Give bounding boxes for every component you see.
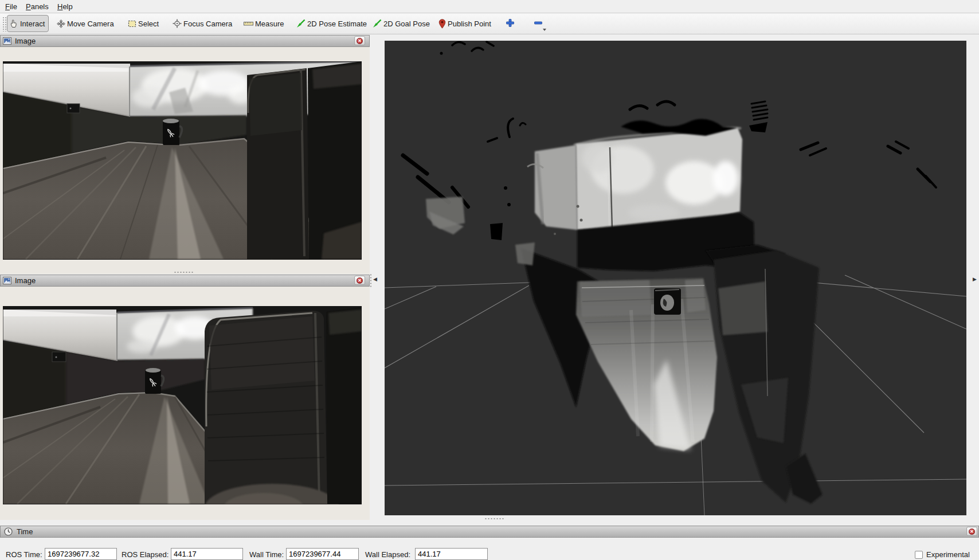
menu-panels[interactable]: Panels: [23, 1, 52, 12]
clock-icon: [4, 527, 13, 536]
ros-elapsed-label: ROS Elapsed:: [122, 550, 169, 559]
wall-time-label: Wall Time:: [249, 550, 284, 559]
tool-2d-pose-estimate[interactable]: 2D Pose Estimate: [296, 15, 367, 32]
tool-publish-point-label: Publish Point: [448, 19, 491, 28]
focus-crosshair-icon: [173, 19, 182, 28]
hand-interact-icon: [10, 19, 18, 28]
camera-image-top: [3, 61, 362, 260]
wall-elapsed-label: Wall Elapsed:: [365, 550, 410, 559]
tool-2d-pose-estimate-label: 2D Pose Estimate: [307, 19, 367, 28]
image-panel-bottom-title: Image: [15, 276, 36, 285]
tool-interact-label: Interact: [20, 19, 45, 28]
plus-icon: [506, 18, 515, 28]
tool-2d-goal-pose-label: 2D Goal Pose: [383, 19, 430, 28]
goal-arrow-icon: [373, 19, 382, 28]
camera-image-bottom: [3, 306, 362, 504]
toolbar-drag-handle[interactable]: [2, 17, 6, 32]
tool-measure[interactable]: Measure: [244, 15, 284, 32]
tool-publish-point[interactable]: Publish Point: [438, 15, 491, 32]
time-panel-close-button[interactable]: ✕: [966, 527, 977, 536]
tool-focus-camera[interactable]: Focus Camera: [173, 15, 232, 32]
time-panel-body: ROS Time: ROS Elapsed: Wall Time: Wall E…: [0, 538, 979, 560]
ros-elapsed-input[interactable]: [171, 548, 243, 560]
image-panel-icon: [3, 277, 11, 284]
tool-measure-label: Measure: [255, 19, 284, 28]
time-panel-titlebar[interactable]: Time: [0, 526, 979, 538]
image-panel-top-close-button[interactable]: ✕: [354, 36, 365, 45]
ros-time-input[interactable]: [45, 548, 117, 560]
menu-file[interactable]: File: [2, 1, 20, 12]
collapse-left-arrow[interactable]: ◀: [373, 276, 377, 283]
ros-time-label: ROS Time:: [6, 550, 42, 559]
select-box-icon: [128, 19, 136, 28]
zoom-in-button[interactable]: [506, 18, 515, 28]
panel-splitter-handle-bottom[interactable]: [484, 518, 504, 520]
image-panel-top: Image ✕: [0, 35, 370, 274]
close-icon: ✕: [357, 38, 363, 44]
close-icon: ✕: [969, 528, 975, 535]
time-panel-title: Time: [17, 527, 33, 536]
tool-select[interactable]: Select: [128, 15, 159, 32]
pose-arrow-icon: [296, 19, 306, 28]
panel-splitter-handle-top[interactable]: [174, 271, 193, 273]
tool-move-camera-label: Move Camera: [67, 19, 114, 28]
menu-help[interactable]: Help: [54, 1, 76, 12]
image-panel-bottom-close-button[interactable]: ✕: [354, 276, 365, 285]
move-arrows-icon: [57, 19, 65, 28]
close-icon: ✕: [357, 277, 363, 284]
image-panel-top-titlebar[interactable]: Image: [0, 35, 370, 47]
column-splitter-handle[interactable]: [370, 273, 372, 288]
collapse-right-arrow[interactable]: ▶: [973, 276, 977, 283]
image-panel-bottom-titlebar[interactable]: Image: [0, 275, 370, 287]
minus-icon: [534, 18, 543, 28]
image-panel-icon: [3, 37, 11, 45]
tool-select-label: Select: [138, 19, 159, 28]
image-panel-top-title: Image: [15, 37, 36, 45]
toolbar-overflow-caret[interactable]: [543, 29, 546, 31]
tool-2d-goal-pose[interactable]: 2D Goal Pose: [373, 15, 430, 32]
tool-move-camera[interactable]: Move Camera: [57, 15, 114, 32]
publish-point-pin-icon: [438, 19, 446, 29]
image-panel-bottom: Image ✕: [0, 275, 370, 520]
wall-time-input[interactable]: [286, 548, 359, 560]
menu-bar: File Panels Help: [0, 0, 979, 13]
zoom-out-button[interactable]: [534, 18, 543, 28]
tool-focus-camera-label: Focus Camera: [183, 19, 232, 28]
experimental-checkbox[interactable]: [915, 551, 923, 559]
experimental-label: Experimental: [926, 550, 970, 559]
wall-elapsed-input[interactable]: [415, 548, 488, 560]
toolbar: Interact Move Camera Select Focus Camera: [0, 14, 979, 34]
render-view-3d[interactable]: [385, 41, 966, 515]
measure-ruler-icon: [244, 20, 253, 27]
tool-interact[interactable]: Interact: [7, 15, 49, 32]
